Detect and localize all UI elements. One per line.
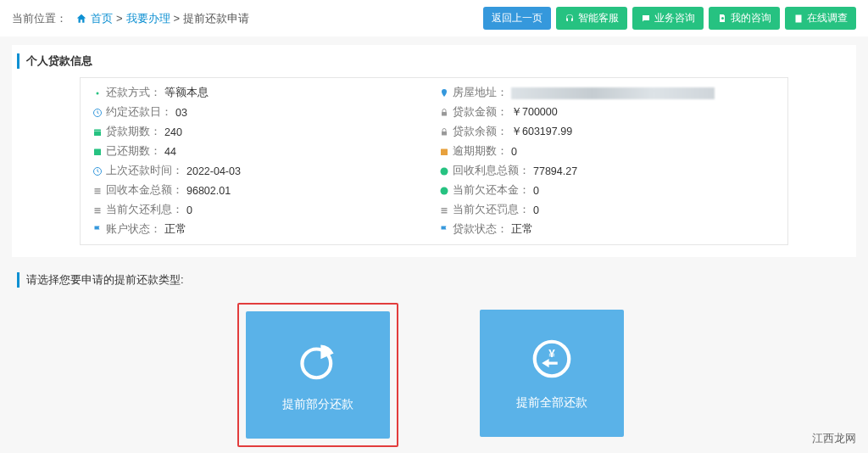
svg-rect-3 <box>94 129 101 136</box>
field-owe-interest: 当前欠还利息：0 <box>87 200 434 220</box>
calendar-icon <box>439 147 449 157</box>
breadcrumb-home[interactable]: 首页 <box>91 11 113 26</box>
breadcrumb-sep: > <box>116 12 123 25</box>
field-paid-periods: 已还期数：44 <box>87 142 434 161</box>
breadcrumb-sep: > <box>174 12 181 25</box>
field-house-addr: 房屋地址： <box>434 83 781 103</box>
breadcrumb-p1[interactable]: 我要办理 <box>126 11 170 26</box>
refund-icon: ¥ <box>529 336 575 382</box>
money-icon <box>439 186 449 196</box>
breadcrumb-label: 当前位置： <box>12 11 67 26</box>
survey-icon <box>793 14 804 24</box>
svg-rect-16 <box>442 208 448 210</box>
chat-icon <box>641 14 651 24</box>
svg-point-8 <box>441 167 448 175</box>
doc-search-icon <box>717 14 727 24</box>
calendar-icon <box>92 127 103 137</box>
smart-service-button[interactable]: 智能客服 <box>556 7 627 30</box>
card-full-label: 提前全部还款 <box>516 395 587 411</box>
smart-service-label: 智能客服 <box>578 11 619 25</box>
breadcrumb-p2: 提前还款申请 <box>183 11 249 26</box>
card-partial-label: 提前部分还款 <box>282 397 353 412</box>
back-button-label: 返回上一页 <box>492 11 542 25</box>
business-consult-label: 业务咨询 <box>654 11 695 25</box>
top-buttons: 返回上一页 智能客服 业务咨询 我的咨询 在线调查 <box>483 7 856 30</box>
topbar: 当前位置： 首页 > 我要办理 > 提前还款申请 返回上一页 智能客服 业务咨询… <box>0 0 868 36</box>
loan-info-panel: 个人贷款信息 还款方式：等额本息 房屋地址： 约定还款日：03 贷款金额：￥70… <box>12 45 856 257</box>
svg-rect-6 <box>441 148 448 155</box>
business-consult-button[interactable]: 业务咨询 <box>632 7 704 30</box>
svg-rect-4 <box>442 131 447 136</box>
field-repay-day: 约定还款日：03 <box>87 103 434 122</box>
flag-icon <box>439 225 449 235</box>
redacted-value <box>511 87 715 99</box>
headset-icon <box>565 14 575 24</box>
stack-icon <box>92 205 103 215</box>
svg-rect-11 <box>95 193 101 194</box>
field-principal-total: 回收本金总额：96802.01 <box>87 181 434 200</box>
panel-title: 个人贷款信息 <box>17 53 856 69</box>
pie-chart-icon <box>295 338 341 383</box>
field-repay-method: 还款方式：等额本息 <box>87 83 434 103</box>
svg-point-12 <box>441 187 448 194</box>
svg-rect-14 <box>95 210 101 211</box>
card-partial-repayment[interactable]: 提前部分还款 <box>246 311 390 439</box>
svg-rect-9 <box>95 188 101 190</box>
pin-icon <box>439 88 449 98</box>
svg-rect-13 <box>95 208 101 210</box>
choose-title: 请选择您要申请的提前还款类型: <box>17 272 868 288</box>
svg-rect-2 <box>442 112 447 116</box>
field-acct-status: 账户状态：正常 <box>87 220 434 239</box>
my-consult-label: 我的咨询 <box>731 11 771 25</box>
svg-rect-5 <box>94 148 101 155</box>
card-full-repayment[interactable]: ¥ 提前全部还款 <box>480 310 624 437</box>
lock-icon <box>439 108 449 118</box>
field-balance: 贷款余额：￥603197.99 <box>434 122 781 142</box>
field-loan-status: 贷款状态：正常 <box>434 220 781 239</box>
repayment-type-cards: 提前部分还款 ¥ 提前全部还款 <box>0 303 868 453</box>
back-button[interactable]: 返回上一页 <box>483 7 551 30</box>
field-loan-amount: 贷款金额：￥700000 <box>434 103 781 122</box>
card-partial-highlight: 提前部分还款 <box>237 303 398 447</box>
online-survey-label: 在线调查 <box>807 11 848 25</box>
stack-icon <box>92 186 103 196</box>
gear-icon <box>92 88 103 98</box>
field-periods: 贷款期数：240 <box>87 122 434 142</box>
clock-icon <box>92 166 103 176</box>
lock-icon <box>439 127 449 137</box>
watermark: 江西龙网 <box>812 431 856 446</box>
money-icon <box>439 166 449 176</box>
my-consult-button[interactable]: 我的咨询 <box>709 7 780 30</box>
home-icon <box>75 13 87 25</box>
svg-rect-10 <box>95 190 101 192</box>
flag-icon <box>92 225 103 235</box>
stack-icon <box>439 205 449 215</box>
calendar-icon <box>92 147 103 157</box>
card-full-wrap: ¥ 提前全部还款 <box>473 303 631 447</box>
svg-rect-18 <box>442 212 448 214</box>
clock-icon <box>92 108 103 118</box>
svg-text:¥: ¥ <box>548 347 555 360</box>
field-interest-total: 回收利息总额：77894.27 <box>434 161 781 181</box>
info-box: 还款方式：等额本息 房屋地址： 约定还款日：03 贷款金额：￥700000 贷款… <box>80 77 788 245</box>
breadcrumb: 当前位置： 首页 > 我要办理 > 提前还款申请 <box>12 11 249 26</box>
field-overdue: 逾期期数：0 <box>434 142 781 161</box>
svg-rect-15 <box>95 212 101 214</box>
online-survey-button[interactable]: 在线调查 <box>785 7 856 30</box>
svg-point-0 <box>97 92 99 94</box>
field-owe-principal: 当前欠还本金：0 <box>434 181 781 200</box>
svg-rect-17 <box>442 210 448 211</box>
field-last-date: 上次还款时间：2022-04-03 <box>87 161 434 181</box>
field-owe-penalty: 当前欠还罚息：0 <box>434 200 781 220</box>
